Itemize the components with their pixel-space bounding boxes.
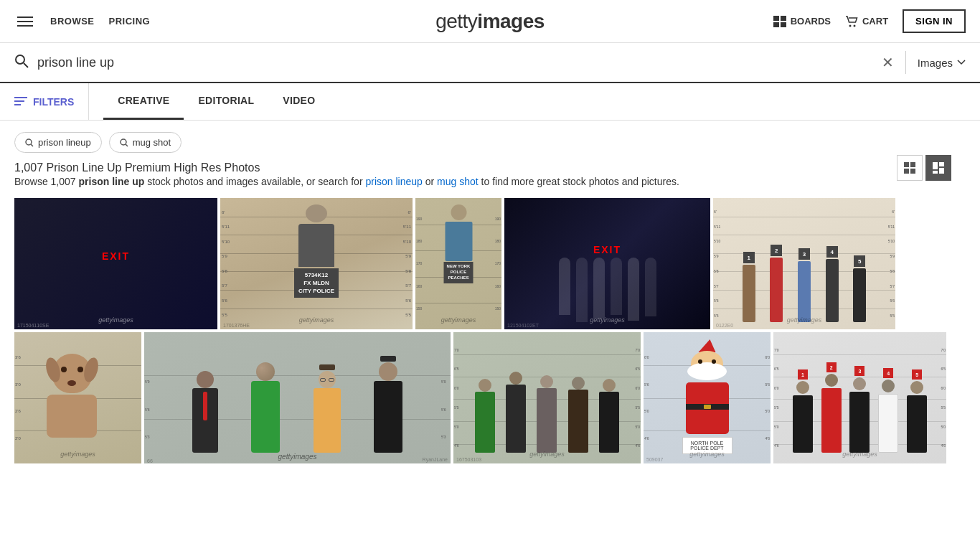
svg-rect-13 bbox=[910, 162, 915, 167]
header: BROWSE PRICING gettyimages BOARDS CART S… bbox=[0, 0, 980, 43]
header-left: BROWSE PRICING bbox=[14, 14, 150, 29]
suggestion-mug-shot[interactable]: mug shot bbox=[109, 132, 182, 153]
image-item-2[interactable]: 6'5'115'105'95'85'75'65'5 6'5'115'105'95… bbox=[220, 198, 413, 329]
search-type-label: Images bbox=[918, 57, 953, 69]
image-item-7[interactable]: 5'95'65'3 5'95'65'3 bbox=[144, 332, 451, 463]
results-count-title: 1,007 Prison Line Up Premium High Res Ph… bbox=[14, 161, 260, 174]
masonry-icon bbox=[933, 162, 944, 174]
svg-rect-19 bbox=[939, 168, 944, 174]
image-item-9[interactable]: 6'05'65'04'6 6'05'65'04'6 bbox=[644, 332, 771, 463]
suggestion-label-2: mug shot bbox=[133, 137, 171, 148]
hamburger-menu[interactable] bbox=[14, 14, 36, 29]
filters-label: FILTERS bbox=[33, 96, 74, 108]
prison-lineup-link[interactable]: prison lineup bbox=[365, 176, 422, 187]
cart-label: CART bbox=[862, 16, 888, 27]
svg-rect-3 bbox=[781, 22, 786, 27]
logo-bold: images bbox=[477, 10, 545, 32]
image-item-8[interactable]: 7'06'56'05'55'04'6 7'06'56'05'55'04'6 bbox=[453, 332, 641, 463]
sign-in-button[interactable]: SIGN IN bbox=[903, 9, 966, 33]
tab-creative[interactable]: CREATIVE bbox=[103, 83, 184, 120]
image-item-6[interactable]: 3'63'02'62'0 bbox=[14, 332, 141, 463]
results-title: Prison Line Up Premium High Res Photos bbox=[47, 161, 260, 174]
suggestions-area: prison lineup mug shot bbox=[0, 121, 980, 159]
suggestion-prison-lineup[interactable]: prison lineup bbox=[14, 132, 102, 153]
header-right: BOARDS CART SIGN IN bbox=[773, 9, 966, 33]
masonry-view-button[interactable] bbox=[925, 155, 951, 181]
tab-editorial[interactable]: EDITORIAL bbox=[184, 83, 268, 120]
grid-icon bbox=[904, 162, 915, 174]
svg-point-6 bbox=[16, 55, 24, 64]
boards-label: BOARDS bbox=[791, 16, 831, 27]
clear-search-button[interactable]: ✕ bbox=[882, 54, 894, 71]
svg-rect-14 bbox=[904, 169, 909, 174]
browse-link[interactable]: BROWSE bbox=[50, 16, 95, 27]
grid-row-1: EXIT gettyimages 171504110SE 6'5'115'105… bbox=[14, 198, 966, 329]
image-item-5[interactable]: 6'5'115'105'95'85'75'65'5 6'5'115'105'95… bbox=[713, 198, 895, 329]
tab-video[interactable]: VIDEO bbox=[268, 83, 329, 120]
svg-point-4 bbox=[849, 24, 851, 27]
boards-icon bbox=[773, 16, 786, 27]
search-input[interactable] bbox=[37, 55, 882, 70]
chevron-down-icon bbox=[957, 60, 966, 65]
grid-row-2: 3'63'02'62'0 bbox=[14, 332, 966, 463]
search-type-selector[interactable]: Images bbox=[918, 57, 966, 69]
cart-icon bbox=[845, 16, 858, 27]
cart-button[interactable]: CART bbox=[845, 16, 888, 27]
image-item-4[interactable]: EXIT gettyimages 121504102ET bbox=[504, 198, 710, 329]
grid-view-button[interactable] bbox=[897, 155, 923, 181]
svg-rect-18 bbox=[933, 171, 938, 174]
filters-button[interactable]: FILTERS bbox=[14, 83, 89, 120]
search-icon bbox=[14, 54, 29, 72]
suggestion-label: prison lineup bbox=[38, 137, 91, 148]
site-logo[interactable]: gettyimages bbox=[435, 10, 545, 33]
svg-point-5 bbox=[853, 24, 855, 27]
svg-line-7 bbox=[24, 63, 28, 67]
svg-rect-16 bbox=[933, 162, 938, 169]
results-description: Browse 1,007 prison line up stock photos… bbox=[14, 174, 966, 189]
filter-icon bbox=[14, 97, 27, 107]
svg-rect-17 bbox=[939, 162, 944, 166]
results-header: 1,007 Prison Line Up Premium High Res Ph… bbox=[0, 159, 980, 198]
svg-line-11 bbox=[126, 144, 128, 146]
search-bar: ✕ Images bbox=[0, 43, 980, 83]
filter-bar: FILTERS CREATIVE EDITORIAL VIDEO bbox=[0, 83, 980, 121]
results-header-row: 1,007 Prison Line Up Premium High Res Ph… bbox=[14, 161, 966, 174]
svg-rect-2 bbox=[773, 22, 779, 27]
pricing-link[interactable]: PRICING bbox=[109, 16, 151, 27]
search-small-icon-2 bbox=[120, 138, 128, 147]
image-item-1[interactable]: EXIT gettyimages 171504110SE bbox=[14, 198, 217, 329]
svg-line-9 bbox=[31, 144, 33, 146]
results-bold-term: prison line up bbox=[79, 176, 145, 187]
svg-point-10 bbox=[121, 139, 126, 145]
logo-regular: getty bbox=[435, 10, 477, 32]
svg-rect-12 bbox=[904, 162, 909, 167]
image-item-3[interactable]: 190180170160150 190180170160150 NEW YORK… bbox=[415, 198, 501, 329]
view-toggles bbox=[897, 155, 951, 181]
search-small-icon bbox=[25, 138, 34, 147]
svg-rect-0 bbox=[773, 16, 779, 21]
svg-rect-1 bbox=[781, 16, 786, 21]
svg-rect-15 bbox=[910, 169, 915, 174]
boards-button[interactable]: BOARDS bbox=[773, 16, 831, 27]
search-divider bbox=[905, 51, 906, 74]
mug-shot-link[interactable]: mug shot bbox=[437, 176, 479, 187]
results-count: 1,007 bbox=[14, 161, 43, 174]
image-grid: EXIT gettyimages 171504110SE 6'5'115'105… bbox=[0, 198, 980, 463]
image-item-10[interactable]: 7'06'56'05'55'04'6 7'06'56'05'55'04'6 1 bbox=[773, 332, 946, 463]
svg-point-8 bbox=[26, 139, 32, 145]
